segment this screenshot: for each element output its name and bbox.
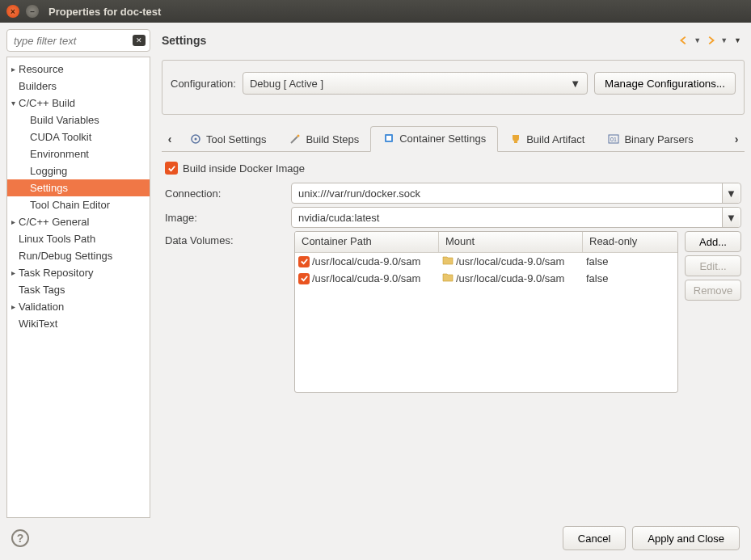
clear-filter-icon[interactable]: ✕ <box>133 35 146 46</box>
tree-item-logging[interactable]: Logging <box>7 162 150 179</box>
tree-arrow-icon[interactable]: ▸ <box>7 61 19 78</box>
tree-item-validation[interactable]: ▸Validation <box>7 298 150 315</box>
apply-and-close-button[interactable]: Apply and Close <box>632 526 740 550</box>
image-label: Image: <box>165 212 291 224</box>
sidebar: ✕ ▸ResourceBuilders▾C/C++ BuildBuild Var… <box>6 29 150 518</box>
binary-icon: 01 <box>607 133 620 145</box>
window-title: Properties for doc-test <box>49 6 161 18</box>
nav-back-menu[interactable]: ▼ <box>694 36 701 44</box>
tabs: ‹ Tool SettingsBuild StepsContainer Sett… <box>162 126 745 152</box>
column-mount[interactable]: Mount <box>439 232 583 252</box>
tab-label: Container Settings <box>399 133 486 145</box>
tab-label: Binary Parsers <box>624 133 693 145</box>
cell-readonly: false <box>586 255 608 267</box>
tab-binary-parsers[interactable]: 01Binary Parsers <box>596 128 704 152</box>
page-title: Settings <box>162 34 677 47</box>
window-minimize-button[interactable]: – <box>26 5 39 18</box>
chevron-down-icon: ▼ <box>570 78 580 90</box>
filter-input[interactable] <box>6 29 150 52</box>
tree-item-settings[interactable]: Settings <box>7 179 150 196</box>
folder-icon <box>442 272 454 284</box>
configuration-panel: Configuration: Debug [ Active ] ▼ Manage… <box>162 60 745 115</box>
tree-item-label: Task Repository <box>19 267 93 279</box>
cell-container-path: /usr/local/cuda-9.0/sam <box>312 255 420 267</box>
build-inside-docker-label: Build inside Docker Image <box>183 162 305 175</box>
trophy-icon <box>509 133 522 145</box>
tree-item-c-c-general[interactable]: ▸C/C++ General <box>7 213 150 230</box>
tree-arrow-icon[interactable]: ▸ <box>7 298 19 315</box>
tree-item-wikitext[interactable]: WikiText <box>7 315 150 332</box>
configuration-select[interactable]: Debug [ Active ] ▼ <box>243 72 588 95</box>
tab-container-settings[interactable]: Container Settings <box>370 126 498 152</box>
tree-item-resource[interactable]: ▸Resource <box>7 61 150 78</box>
tree-item-label: Linux Tools Path <box>19 233 95 245</box>
tabs-scroll-right[interactable]: › <box>728 133 745 145</box>
tree-item-cuda-toolkit[interactable]: CUDA Toolkit <box>7 128 150 145</box>
help-icon[interactable]: ? <box>11 529 29 547</box>
table-row[interactable]: /usr/local/cuda-9.0/sam/usr/local/cuda-9… <box>295 253 677 270</box>
image-select[interactable]: nvidia/cuda:latest ▼ <box>291 207 741 228</box>
tree-item-label: Builders <box>19 80 57 92</box>
tree-item-builders[interactable]: Builders <box>7 78 150 95</box>
table-row[interactable]: /usr/local/cuda-9.0/sam/usr/local/cuda-9… <box>295 270 677 287</box>
tree-item-label: Build Variables <box>30 114 99 126</box>
tree-item-label: WikiText <box>19 318 57 330</box>
data-volumes-label: Data Volumes: <box>165 231 288 246</box>
tab-label: Build Artifact <box>526 133 584 145</box>
connection-label: Connection: <box>165 187 291 200</box>
tree-item-label: Environment <box>30 148 89 160</box>
tree-item-linux-tools-path[interactable]: Linux Tools Path <box>7 230 150 247</box>
tree-item-label: Settings <box>30 182 68 194</box>
data-volumes-table[interactable]: Container Path Mount Read-only /usr/loca… <box>294 231 678 393</box>
svg-point-2 <box>297 135 300 137</box>
column-read-only[interactable]: Read-only <box>583 232 677 252</box>
titlebar: × – Properties for doc-test <box>0 0 751 23</box>
tree-item-label: Tool Chain Editor <box>30 199 110 211</box>
container-icon <box>382 132 395 145</box>
manage-configurations-button[interactable]: Manage Configurations... <box>594 72 736 95</box>
edit-button[interactable]: Edit... <box>685 255 741 276</box>
tree-item-build-variables[interactable]: Build Variables <box>7 112 150 128</box>
tree-arrow-icon[interactable]: ▸ <box>7 264 19 281</box>
tree-item-environment[interactable]: Environment <box>7 145 150 162</box>
chevron-down-icon: ▼ <box>722 208 740 227</box>
tree-item-run-debug-settings[interactable]: Run/Debug Settings <box>7 247 150 264</box>
tree-item-label: CUDA Toolkit <box>30 131 91 143</box>
svg-rect-4 <box>386 136 391 141</box>
tool-icon <box>189 133 202 145</box>
tree-item-task-tags[interactable]: Task Tags <box>7 281 150 298</box>
tree-item-c-c-build[interactable]: ▾C/C++ Build <box>7 95 150 112</box>
nav-forward-icon[interactable] <box>704 34 717 47</box>
tabs-scroll-left[interactable]: ‹ <box>162 133 178 145</box>
remove-button[interactable]: Remove <box>685 280 741 301</box>
configuration-label: Configuration: <box>171 78 236 90</box>
tree-item-task-repository[interactable]: ▸Task Repository <box>7 264 150 281</box>
svg-text:01: 01 <box>610 137 617 142</box>
folder-icon <box>442 255 454 267</box>
tree-arrow-icon[interactable]: ▸ <box>7 213 19 230</box>
build-inside-docker-checkbox[interactable] <box>165 162 178 175</box>
add-button[interactable]: Add... <box>685 231 741 252</box>
tab-build-artifact[interactable]: Build Artifact <box>498 128 596 152</box>
connection-select[interactable]: unix:///var/run/docker.sock ▼ <box>291 183 741 204</box>
tab-tool-settings[interactable]: Tool Settings <box>178 128 277 152</box>
nav-back-icon[interactable] <box>677 34 690 47</box>
window-close-button[interactable]: × <box>6 5 19 18</box>
nav-forward-menu[interactable]: ▼ <box>720 36 728 44</box>
cell-mount: /usr/local/cuda-9.0/sam <box>456 255 564 267</box>
tree-item-label: Validation <box>19 301 64 313</box>
tab-build-steps[interactable]: Build Steps <box>277 128 370 152</box>
cell-mount: /usr/local/cuda-9.0/sam <box>456 272 564 284</box>
tree-item-tool-chain-editor[interactable]: Tool Chain Editor <box>7 196 150 213</box>
tab-label: Tool Settings <box>206 133 266 145</box>
svg-rect-5 <box>514 141 517 143</box>
settings-tree[interactable]: ▸ResourceBuilders▾C/C++ BuildBuild Varia… <box>6 57 150 518</box>
tree-arrow-icon[interactable]: ▾ <box>7 95 19 112</box>
cell-readonly: false <box>586 272 608 284</box>
tree-item-label: C/C++ Build <box>19 97 75 109</box>
view-menu[interactable]: ▼ <box>734 36 741 44</box>
column-container-path[interactable]: Container Path <box>295 232 439 252</box>
tab-label: Build Steps <box>306 133 359 145</box>
cancel-button[interactable]: Cancel <box>563 526 626 550</box>
tree-item-label: Task Tags <box>19 284 65 296</box>
